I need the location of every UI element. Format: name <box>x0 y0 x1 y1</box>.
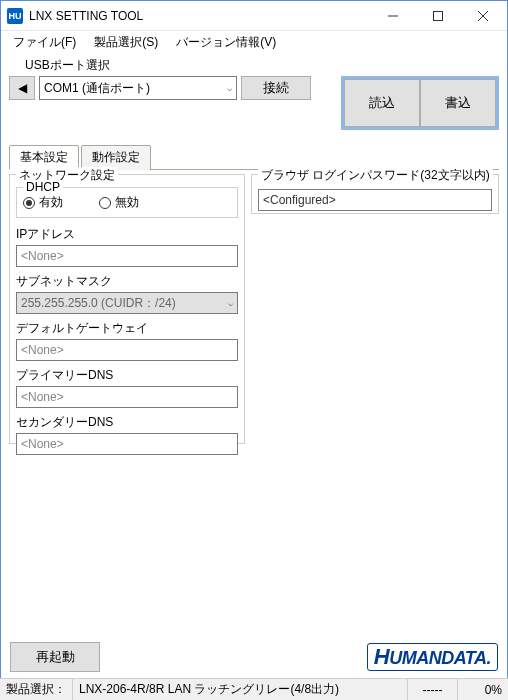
dhcp-fieldset: DHCP 有効 無効 <box>16 187 238 218</box>
dhcp-enable-label: 有効 <box>39 194 63 211</box>
dhcp-disable-label: 無効 <box>115 194 139 211</box>
window-title: LNX SETTING TOOL <box>29 9 370 23</box>
browser-pw-input[interactable]: <Configured> <box>258 189 492 211</box>
status-label: 製品選択： <box>0 679 73 700</box>
chevron-left-icon: ◀ <box>18 81 27 95</box>
gateway-input[interactable]: <None> <box>16 339 238 361</box>
network-fieldset: ネットワーク設定 DHCP 有効 無効 IPアドレス <None> サブネットマ… <box>9 174 245 444</box>
brand-logo: HUMANDATA. <box>367 643 498 671</box>
radio-icon <box>99 197 111 209</box>
radio-icon <box>23 197 35 209</box>
menu-product[interactable]: 製品選択(S) <box>86 32 166 53</box>
nav-prev-button[interactable]: ◀ <box>9 76 35 100</box>
dns2-label: セカンダリーDNS <box>16 414 238 431</box>
status-product: LNX-206-4R/8R LAN ラッチングリレー(4/8出力) <box>73 679 408 700</box>
subnet-select[interactable]: 255.255.255.0 (CUIDR：/24) ⌵ <box>16 292 238 314</box>
com-port-value: COM1 (通信ポート) <box>44 80 150 97</box>
menubar: ファイル(F) 製品選択(S) バージョン情報(V) <box>1 31 507 53</box>
ip-input[interactable]: <None> <box>16 245 238 267</box>
status-percent: 0% <box>458 679 508 700</box>
browser-pw-fieldset: ブラウザ ログインパスワード(32文字以内) <Configured> <box>251 174 499 214</box>
status-dash: ----- <box>408 679 458 700</box>
usb-port-label: USBポート選択 <box>25 57 499 74</box>
reboot-button[interactable]: 再起動 <box>10 642 100 672</box>
subnet-value: 255.255.255.0 (CUIDR：/24) <box>21 295 176 312</box>
close-button[interactable] <box>460 2 505 30</box>
svg-rect-1 <box>433 11 442 20</box>
chevron-down-icon: ⌵ <box>227 83 232 93</box>
chevron-down-icon: ⌵ <box>228 298 233 308</box>
titlebar: HU LNX SETTING TOOL <box>1 1 507 31</box>
com-port-select[interactable]: COM1 (通信ポート) ⌵ <box>39 76 237 100</box>
dhcp-disable-radio[interactable]: 無効 <box>99 194 139 211</box>
maximize-button[interactable] <box>415 2 460 30</box>
read-button[interactable]: 読込 <box>344 79 420 127</box>
menu-file[interactable]: ファイル(F) <box>5 32 84 53</box>
dhcp-enable-radio[interactable]: 有効 <box>23 194 63 211</box>
app-icon: HU <box>7 8 23 24</box>
dns2-input[interactable]: <None> <box>16 433 238 455</box>
gateway-label: デフォルトゲートウェイ <box>16 320 238 337</box>
dns1-input[interactable]: <None> <box>16 386 238 408</box>
browser-pw-legend: ブラウザ ログインパスワード(32文字以内) <box>258 167 493 184</box>
dhcp-legend: DHCP <box>23 180 63 194</box>
statusbar: 製品選択： LNX-206-4R/8R LAN ラッチングリレー(4/8出力) … <box>0 678 508 700</box>
write-button[interactable]: 書込 <box>420 79 496 127</box>
subnet-label: サブネットマスク <box>16 273 238 290</box>
ip-label: IPアドレス <box>16 226 238 243</box>
menu-version[interactable]: バージョン情報(V) <box>168 32 284 53</box>
minimize-button[interactable] <box>370 2 415 30</box>
dns1-label: プライマリーDNS <box>16 367 238 384</box>
connect-button[interactable]: 接続 <box>241 76 311 100</box>
